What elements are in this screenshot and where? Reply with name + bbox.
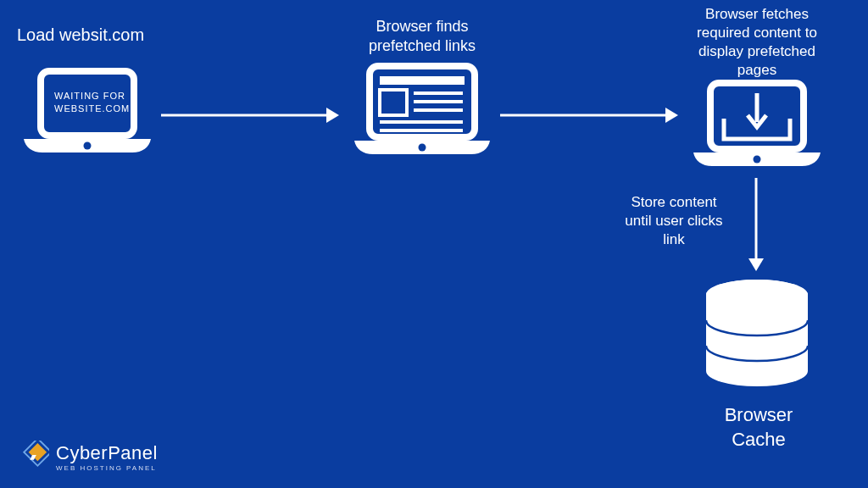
laptop-page-icon	[354, 61, 490, 161]
cache-label: BrowserCache	[678, 403, 839, 452]
arrow-right-icon	[500, 105, 678, 125]
laptop-screen-text: WAITING FORWEBSITE.COM	[54, 90, 132, 115]
step2-label: Browser findsprefetched links	[329, 17, 515, 57]
svg-point-15	[754, 156, 761, 164]
arrow-right-icon	[161, 105, 339, 125]
laptop-step2	[354, 61, 490, 164]
laptop-step1: WAITING FORWEBSITE.COM	[24, 66, 151, 163]
arrow-2	[500, 105, 678, 129]
svg-rect-5	[380, 90, 407, 115]
laptop-step3	[693, 80, 821, 176]
brand-name: CyberPanel	[56, 442, 158, 464]
brand-tagline: WEB HOSTING PANEL	[56, 464, 158, 472]
step4-side-label: Store contentuntil user clickslink	[610, 193, 737, 249]
svg-point-18	[706, 280, 808, 310]
svg-point-1	[84, 142, 92, 150]
database-cache	[702, 278, 812, 400]
cyberpanel-logo-icon	[17, 441, 49, 473]
brand-logo: CyberPanel WEB HOSTING PANEL	[17, 441, 158, 473]
svg-rect-4	[380, 76, 465, 85]
step1-label: Load websit.com	[17, 24, 186, 46]
arrow-1	[161, 105, 339, 129]
arrow-down-icon	[746, 178, 766, 271]
arrow-3	[746, 178, 766, 274]
svg-point-11	[419, 144, 426, 152]
laptop-download-icon	[693, 80, 821, 173]
database-icon	[702, 278, 812, 396]
step3-label: Browser fetchesrequired content todispla…	[668, 5, 846, 80]
